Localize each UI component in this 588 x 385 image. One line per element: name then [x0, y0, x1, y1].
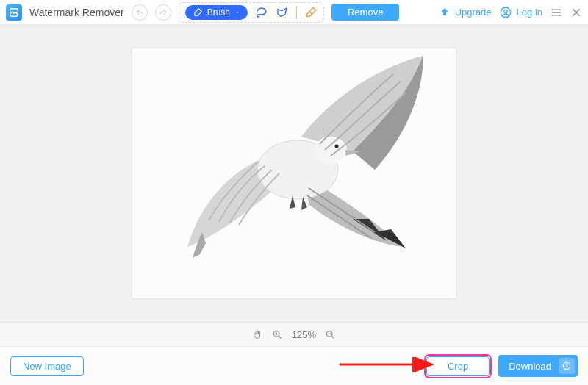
svg-point-7	[335, 145, 339, 148]
close-button[interactable]	[570, 7, 582, 18]
eraser-tool-button[interactable]	[304, 6, 318, 19]
seagull-image	[132, 48, 456, 298]
chevron-down-icon	[234, 10, 240, 15]
download-history-icon[interactable]	[559, 358, 575, 374]
remove-button[interactable]: Remove	[331, 4, 399, 21]
polygon-tool-button[interactable]	[276, 6, 289, 19]
redo-button[interactable]	[155, 4, 171, 21]
user-circle-icon	[499, 6, 512, 19]
undo-button[interactable]	[132, 4, 148, 21]
zoom-level: 125%	[292, 329, 316, 340]
zoom-in-button[interactable]	[272, 329, 283, 340]
image-preview[interactable]	[132, 48, 456, 298]
hand-pan-button[interactable]	[252, 329, 263, 340]
svg-point-6	[315, 137, 347, 163]
canvas-pane	[0, 25, 588, 322]
tool-strip: Brush	[179, 2, 324, 23]
zoom-bar: 125%	[0, 322, 588, 347]
crop-button[interactable]: Crop	[426, 356, 490, 376]
app-logo-icon	[6, 4, 22, 21]
footer-bar: New Image Crop Download	[0, 347, 588, 385]
tool-separator	[296, 6, 297, 19]
download-button[interactable]: Download	[498, 355, 578, 377]
upgrade-icon	[439, 7, 451, 18]
brush-label: Brush	[207, 7, 230, 18]
login-link[interactable]: Log in	[499, 6, 542, 19]
svg-point-2	[503, 10, 507, 13]
upgrade-link[interactable]: Upgrade	[439, 7, 492, 18]
app-title: Watermark Remover	[29, 7, 124, 18]
titlebar: Watermark Remover Brush Re	[0, 0, 588, 25]
brush-tool-button[interactable]: Brush	[185, 5, 248, 20]
lasso-tool-button[interactable]	[255, 6, 268, 19]
new-image-button[interactable]: New Image	[10, 356, 84, 376]
zoom-out-button[interactable]	[325, 329, 336, 340]
menu-button[interactable]	[550, 6, 563, 19]
